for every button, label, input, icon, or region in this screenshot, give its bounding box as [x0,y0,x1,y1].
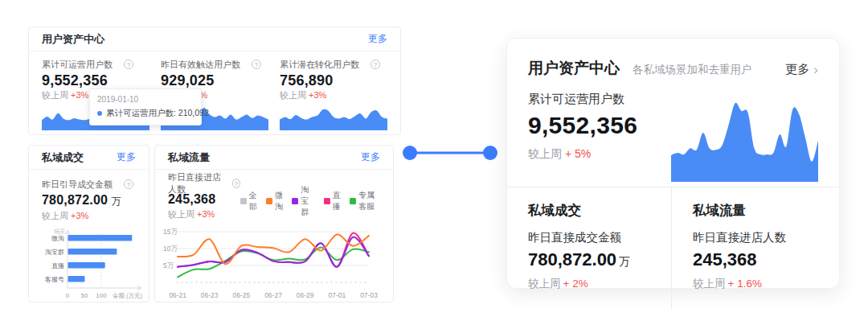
delta-value: + 2% [563,278,588,290]
metric-label: 累计可运营用户数 [528,92,671,107]
chart-tooltip: 2019-01-10 累计可运营用户数: 210,092 [89,88,202,125]
chart-legend: 全部 微淘 淘宝群 直播 专属客服 [240,179,380,222]
chevron-right-icon: › [813,63,818,76]
zoom-bottom-section: 私域成交 昨日直接成交金额 780,872.00万 较上周+ 2% 私域流量 昨… [507,187,839,309]
metric-label-row: 昨日有效触达用户数 ? [161,58,268,71]
metrics-row: 累计可运营用户数 ? 9,552,356 较上周+3% 昨日有效触达用户数 ? … [29,51,400,130]
private-traffic-card: 私域流量 更多 昨日直接进店人数 ? 245,368 较上周+3% 全部 微淘 … [154,145,394,302]
card-header: 私域成交 更多 [29,146,149,170]
traffic-top-row: 昨日直接进店人数 ? 245,368 较上周+3% 全部 微淘 淘宝群 直播 专… [168,177,380,222]
delta-value: +3% [197,209,215,219]
private-sales-card: 私域成交 更多 昨日引导成交金额 ? 780,872.00 万 较上周+3% 场… [28,145,149,302]
metric-value: 9,552,356 [528,112,671,139]
metric-label: 昨日直接进店人数 [693,230,839,245]
svg-text:15万: 15万 [163,228,178,236]
metric-potential-users: 累计潜在转化用户数 ? 756,890 较上周+3% [280,58,387,130]
more-link[interactable]: 更多 › [785,62,818,77]
more-link[interactable]: 更多 [117,150,136,164]
svg-text:客服号: 客服号 [45,276,64,283]
help-icon[interactable]: ? [124,179,133,189]
metric-delta: 较上周+3% [42,210,137,222]
connector-dot-icon [403,146,417,160]
zoom-metric: 累计可运营用户数 9,552,356 较上周+ 5% [528,82,671,182]
series-dot-icon [97,111,102,116]
metric-delta: 较上周+ 5% [528,147,671,162]
card-header: 私域流量 更多 [155,146,393,170]
card-body: 昨日直接进店人数 ? 245,368 较上周+3% 全部 微淘 淘宝群 直播 专… [155,170,393,302]
metric-label-row: 昨日引导成交金额 ? [42,178,137,191]
help-icon[interactable]: ? [252,60,261,69]
metric-value: 245,368 [693,249,839,270]
svg-text:10万: 10万 [163,245,178,253]
traffic-line-chart[interactable]: 15万10万5万06-2106-2306-2506-2706-2907-0107… [163,224,382,302]
zoom-top-section: 累计可运营用户数 9,552,356 较上周+ 5% [507,79,839,182]
zoom-chart-wrap [671,82,818,182]
value-unit: 万 [112,195,121,207]
section-title: 私域流量 [693,202,839,220]
svg-text:5万: 5万 [163,261,174,269]
metric-value: 9,552,356 [42,72,149,89]
card-title: 用户资产中心 [528,58,620,79]
help-icon[interactable]: ? [371,60,380,69]
legend-item-taobao-group[interactable]: 淘宝群 [292,179,317,222]
legend-swatch-icon [350,198,356,204]
svg-text:07-01: 07-01 [328,291,346,299]
metric-value: 780,872.00万 [528,249,671,270]
metric-label: 昨日引导成交金额 [42,179,113,191]
zoomed-assets-card: 用户资产中心 各私域场景加和去重用户 更多 › 累计可运营用户数 9,552,3… [506,38,840,289]
assets-area-chart[interactable] [671,101,818,182]
svg-text:50: 50 [81,292,88,299]
delta-value: +3% [71,90,88,100]
more-link[interactable]: 更多 [368,32,387,46]
metric-value: 780,872.00 万 [42,191,137,210]
help-icon[interactable]: ? [124,60,133,69]
legend-item-live[interactable]: 直播 [324,179,342,222]
card-header: 用户资产中心 更多 [29,27,400,51]
svg-text:06-27: 06-27 [264,291,282,299]
metric-label: 累计潜在转化用户数 [280,59,359,71]
legend-swatch-icon [240,198,247,204]
metric-value: 756,890 [280,72,387,89]
legend-item-all[interactable]: 全部 [240,179,259,222]
metric-delta: 较上周+3% [168,208,240,220]
svg-text:07-03: 07-03 [360,291,378,299]
traffic-metric: 昨日直接进店人数 ? 245,368 较上周+3% [168,177,240,222]
delta-value: + 1.6% [728,278,762,290]
svg-text:微淘: 微淘 [51,235,64,242]
metric-label-row: 累计潜在转化用户数 ? [280,58,387,71]
legend-item-exclusive-cs[interactable]: 专属客服 [350,179,380,222]
sparkline-chart[interactable] [280,103,387,130]
metric-value: 929,025 [161,72,268,89]
svg-text:06-21: 06-21 [169,291,186,299]
metric-delta: 较上周+ 2% [528,277,671,291]
svg-text:0: 0 [66,292,70,299]
card-subtitle: 各私域场景加和去重用户 [633,63,785,77]
card-body: 昨日引导成交金额 ? 780,872.00 万 较上周+3% 场景微淘淘宝群直播… [29,170,149,302]
svg-text:直播: 直播 [51,262,64,269]
delta-value: +3% [309,90,326,100]
svg-text:金额 (万元): 金额 (万元) [113,292,143,299]
delta-value: +3% [71,211,88,220]
card-header: 用户资产中心 各私域场景加和去重用户 更多 › [507,39,839,79]
legend-swatch-icon [292,198,298,204]
svg-text:06-25: 06-25 [232,291,250,299]
tooltip-text: 累计可运营用户数: 210,092 [106,108,209,119]
tooltip-row: 累计可运营用户数: 210,092 [97,108,194,119]
user-assets-card: 用户资产中心 更多 累计可运营用户数 ? 9,552,356 较上周+3% 昨日… [28,27,401,135]
metric-label: 昨日有效触达用户数 [161,59,240,71]
metric-delta: 较上周+ 1.6% [693,277,839,291]
more-link[interactable]: 更多 [361,150,380,164]
metric-value: 245,368 [168,191,240,208]
card-title: 私域流量 [168,150,210,165]
legend-item-weitao[interactable]: 微淘 [266,179,285,222]
delta-value: + 5% [565,147,591,160]
metric-label-row: 累计可运营用户数 ? [42,58,149,71]
metric-label-row: 昨日直接进店人数 ? [168,177,240,190]
metric-label: 昨日直接成交金额 [528,230,671,245]
sales-bar-chart[interactable]: 场景微淘淘宝群直播客服号050100金额 (万元) [39,227,147,302]
connector-dot-icon [483,146,497,160]
tooltip-date: 2019-01-10 [97,94,194,105]
help-icon[interactable]: ? [232,179,240,188]
legend-swatch-icon [324,198,330,204]
svg-text:06-23: 06-23 [201,291,219,299]
